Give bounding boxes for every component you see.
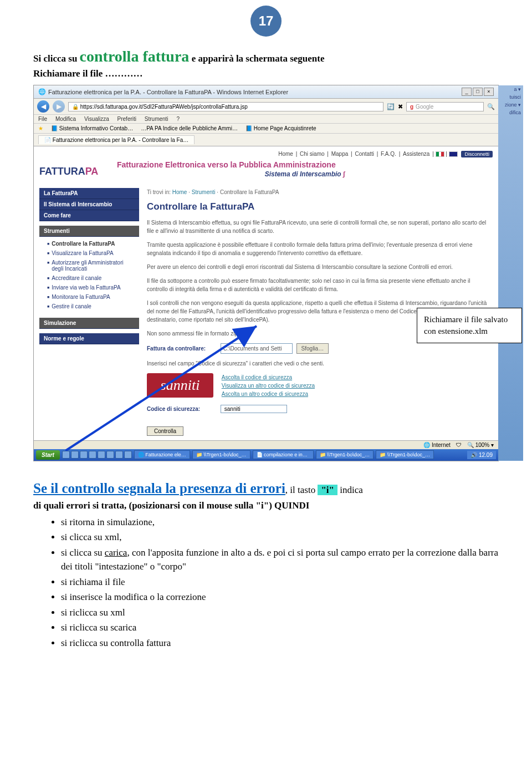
top-link-faq[interactable]: F.A.Q. <box>381 151 396 157</box>
sidebar-item-accreditare[interactable]: Accreditare il canale <box>39 273 139 283</box>
fav-link[interactable]: 📘 Home Page Acquistinrete <box>245 125 316 131</box>
search-glass-icon[interactable]: 🔍 <box>487 103 495 110</box>
file-input[interactable]: C:\Documents and Setti <box>221 343 293 354</box>
top-link-assistenza[interactable]: Assistenza <box>403 151 429 157</box>
ql-icon[interactable] <box>80 451 88 459</box>
bullet-list: si ritorna in simulazione, si clicca su … <box>33 515 499 650</box>
star-icon[interactable]: ★ <box>38 125 43 131</box>
fav-link[interactable]: 📘 Sistema Informativo Contab… <box>51 125 133 131</box>
taskbar-item[interactable]: 📁 \\Trgen1-bo\doc_… <box>376 450 434 459</box>
minimize-button[interactable]: _ <box>462 88 472 96</box>
intro-line2: Richiamare il file ………… <box>33 68 499 79</box>
stop-icon[interactable]: ✖ <box>398 103 403 110</box>
breadcrumb: Ti trovi in: Home · Strumenti · Controll… <box>147 188 493 196</box>
status-bar: 🌐 Internet 🛡 🔍 100% ▾ <box>34 440 498 449</box>
captcha-link-new-audio[interactable]: Ascolta un altro codice di sicurezza <box>222 390 315 398</box>
window-title: 🌐 Fatturazione elettronica per la P.A. -… <box>38 88 288 95</box>
sidebar-item-comefare[interactable]: Come fare <box>39 210 139 221</box>
browser-tab[interactable]: 📄 Fatturazione elettronica per la P.A. -… <box>38 135 195 144</box>
maximize-button[interactable]: □ <box>473 88 483 96</box>
sidebar-item-controllare[interactable]: Controllare la FatturaPA <box>39 239 139 248</box>
callout-box: Richiamare il file salvato con estension… <box>417 308 522 343</box>
start-button[interactable]: Start <box>36 450 60 460</box>
list-item: si inserisce la modifica o la correzione <box>61 590 499 604</box>
top-link-contatti[interactable]: Contatti <box>355 151 374 157</box>
header-title: Fatturazione Elettronica verso la Pubbli… <box>117 160 493 169</box>
intro-highlight: controlla fattura <box>80 48 190 65</box>
address-bar[interactable]: 🔒 https://sdi.fatturapa.gov.it/SdI2Fattu… <box>68 102 383 111</box>
browse-button[interactable]: Sfoglia… <box>296 343 329 354</box>
breadcrumb-current: Controllare la FatturaPA <box>220 189 279 195</box>
fatturapa-logo: FATTURAPA <box>39 160 106 182</box>
sidebar-item-inviare[interactable]: Inviare via web la FatturaPA <box>39 283 139 292</box>
title-bar: 🌐 Fatturazione elettronica per la P.A. -… <box>34 85 498 99</box>
captcha-image: sanniti <box>147 373 213 398</box>
breadcrumb-strumenti[interactable]: Strumenti <box>192 189 216 195</box>
ql-icon[interactable] <box>62 451 70 459</box>
flag-uk-icon[interactable] <box>449 151 458 157</box>
sidebar-item-fatturapa[interactable]: La FatturaPA <box>39 188 139 199</box>
menu-view[interactable]: Visualizza <box>84 116 109 122</box>
controlla-button[interactable]: Controlla <box>147 426 183 436</box>
status-protected: 🛡 <box>456 442 462 448</box>
disconnect-button[interactable]: Disconnetti <box>461 151 493 157</box>
sidebar-head-norme[interactable]: Norme e regole <box>39 333 139 344</box>
list-item: si riclicca su xml <box>61 606 499 620</box>
search-box[interactable]: g Google <box>406 102 484 111</box>
sidebar-item-gestire[interactable]: Gestire il canale <box>39 302 139 311</box>
forward-button[interactable]: ▶ <box>53 100 65 113</box>
captcha-link-new-visual[interactable]: Visualizza un altro codice di sicurezza <box>222 382 315 390</box>
taskbar: Start 🌐 Fatturazione ele… 📁 \\Trgen1-bo\… <box>34 449 498 461</box>
taskbar-item[interactable]: 📁 \\Trgen1-bo\doc_… <box>316 450 374 459</box>
flag-it-icon[interactable] <box>436 151 444 157</box>
edge-item: difica <box>498 109 523 116</box>
header-subtitle: Sistema di Interscambio ∫ <box>117 170 493 178</box>
page-number-badge: 17 <box>250 6 282 37</box>
top-link-chisiamo[interactable]: Chi siamo <box>300 151 324 157</box>
intro-paragraph: Si clicca su controlla fattura e apparir… <box>0 48 532 79</box>
system-tray[interactable]: 🔊 12.09 <box>467 451 496 459</box>
security-label: Codice di sicurezza: <box>147 405 219 413</box>
menu-tools[interactable]: Strumenti <box>145 116 168 122</box>
taskbar-item[interactable]: 📄 compilazione e invi… <box>253 450 314 459</box>
ql-icon[interactable] <box>106 451 114 459</box>
subhead-tail: , il tasto <box>285 485 318 495</box>
fav-link[interactable]: …PA PA Indice delle Pubbliche Ammi… <box>141 125 238 131</box>
back-button[interactable]: ◀ <box>37 100 49 113</box>
refresh-icon[interactable]: 🔄 <box>387 103 395 110</box>
sidebar: La FatturaPA Il Sistema di Interscambio … <box>39 188 139 436</box>
sidebar-item-monitorare[interactable]: Monitorare la FatturaPA <box>39 292 139 302</box>
edge-item: tuisci <box>498 93 523 101</box>
error-subheading: Se il controllo segnala la presenza di e… <box>33 481 285 496</box>
close-button[interactable]: × <box>484 88 494 96</box>
ql-icon[interactable] <box>89 451 96 459</box>
document-body: Se il controllo segnala la presenza di e… <box>0 461 532 674</box>
menu-help[interactable]: ? <box>176 116 180 122</box>
sidebar-item-autorizzare[interactable]: Autorizzare gli Amministratori degli Inc… <box>39 258 139 273</box>
top-link-home[interactable]: Home <box>278 151 293 157</box>
ql-icon[interactable] <box>124 451 132 459</box>
taskbar-item[interactable]: 📁 \\Trgen1-bo\doc_… <box>192 450 250 459</box>
intro-post: e apparirà la schermata seguente <box>192 53 325 64</box>
menu-favorites[interactable]: Preferiti <box>117 116 136 122</box>
sidebar-head-strumenti[interactable]: Strumenti <box>39 226 139 237</box>
status-zoom[interactable]: 🔍 100% ▾ <box>467 442 494 448</box>
menu-file[interactable]: File <box>38 116 47 122</box>
ql-icon[interactable] <box>71 451 79 459</box>
ql-icon[interactable] <box>115 451 123 459</box>
ql-icon[interactable] <box>98 451 105 459</box>
captcha-link-listen[interactable]: Ascolta il codice di sicurezza <box>222 373 315 382</box>
file-label: Fattura da controllare: <box>147 344 219 353</box>
security-input[interactable] <box>221 405 287 413</box>
line2: di quali errori si tratta, (posizionarsi… <box>33 499 499 513</box>
breadcrumb-home[interactable]: Home <box>172 189 187 195</box>
lock-icon: 🔒 <box>72 104 79 110</box>
sidebar-head-simulazione[interactable]: Simulazione <box>39 318 139 329</box>
menu-edit[interactable]: Modifica <box>55 116 76 122</box>
top-link-mappa[interactable]: Mappa <box>331 151 349 157</box>
taskbar-item[interactable]: 🌐 Fatturazione ele… <box>134 450 190 459</box>
paragraph: Il Sistema di Interscambio effettua, su … <box>147 218 493 235</box>
edge-item: zione ▾ <box>498 101 523 109</box>
sidebar-item-sistema[interactable]: Il Sistema di Interscambio <box>39 199 139 210</box>
sidebar-item-visualizzare[interactable]: Visualizzare la FatturaPA <box>39 248 139 258</box>
